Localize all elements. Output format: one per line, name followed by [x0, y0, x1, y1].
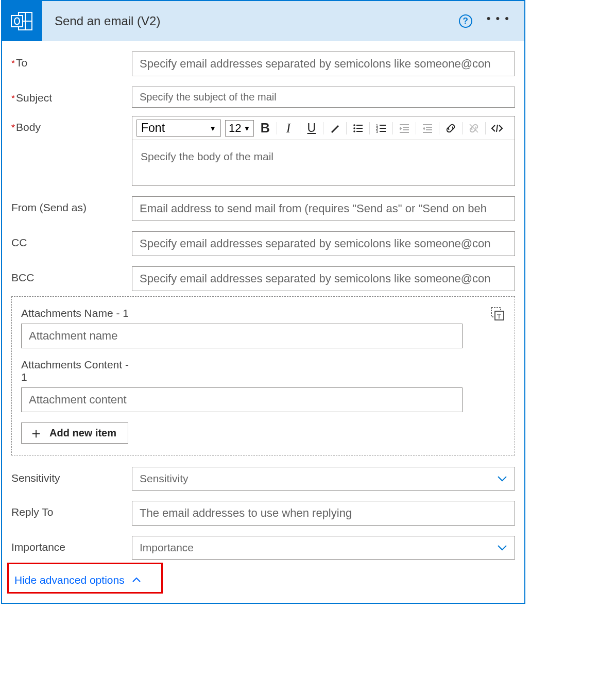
cc-input[interactable] — [132, 231, 515, 256]
attachments-group: T Attachments Name - 1 Attachments Conte… — [11, 296, 515, 455]
code-view-button[interactable] — [488, 120, 506, 137]
link-button[interactable] — [441, 120, 460, 137]
chevron-down-icon: ▼ — [243, 124, 250, 132]
label-from: From (Send as) — [11, 196, 132, 214]
importance-select[interactable]: Importance — [132, 536, 515, 560]
chevron-down-icon: ▼ — [209, 124, 216, 132]
rich-text-editor: Font ▼ 12 ▼ B I U — [132, 116, 515, 186]
row-body: Body Font ▼ 12 ▼ B I — [11, 116, 515, 186]
svg-point-5 — [353, 124, 355, 126]
svg-point-7 — [353, 127, 355, 129]
chevron-down-icon — [497, 545, 507, 551]
sensitivity-select[interactable]: Sensitivity — [132, 467, 515, 491]
replyto-input[interactable] — [132, 501, 515, 526]
row-cc: CC — [11, 231, 515, 256]
card-title: Send an email (V2) — [55, 14, 459, 28]
font-size-select[interactable]: 12 ▼ — [225, 120, 254, 137]
help-icon[interactable]: ? — [459, 14, 472, 28]
importance-value: Importance — [140, 542, 194, 554]
hide-advanced-options-toggle[interactable]: Hide advanced options — [11, 567, 155, 594]
row-importance: Importance Importance — [11, 536, 515, 560]
outdent-button[interactable] — [395, 120, 414, 137]
attachment-content-input[interactable] — [21, 387, 463, 412]
outlook-icon — [2, 1, 42, 41]
body-input[interactable]: Specify the body of the mail — [132, 140, 515, 185]
bcc-input[interactable] — [132, 266, 515, 291]
label-bcc: BCC — [11, 266, 132, 284]
bold-button[interactable]: B — [256, 120, 275, 137]
to-input[interactable] — [132, 52, 515, 76]
header-actions: ? • • • — [459, 14, 510, 28]
font-select[interactable]: Font ▼ — [136, 120, 221, 137]
label-importance: Importance — [11, 536, 132, 553]
hide-advanced-options-label: Hide advanced options — [14, 574, 125, 586]
row-sensitivity: Sensitivity Sensitivity — [11, 467, 515, 491]
plus-icon: ＋ — [29, 428, 43, 438]
label-replyto: Reply To — [11, 501, 132, 518]
bullet-list-button[interactable] — [349, 120, 367, 137]
action-card: Send an email (V2) ? • • • To Subject Bo… — [1, 0, 525, 604]
svg-text:T: T — [497, 312, 501, 320]
svg-point-9 — [353, 130, 355, 132]
label-body: Body — [11, 116, 132, 133]
label-sensitivity: Sensitivity — [11, 467, 132, 484]
underline-button[interactable]: U — [302, 120, 321, 137]
row-subject: Subject — [11, 87, 515, 108]
label-attachment-name: Attachments Name - 1 — [21, 307, 505, 319]
label-subject: Subject — [11, 87, 132, 104]
row-from: From (Send as) — [11, 196, 515, 221]
row-to: To — [11, 52, 515, 76]
svg-line-26 — [497, 125, 498, 132]
svg-rect-3 — [11, 15, 23, 27]
label-attachment-content: Attachments Content - 1 — [21, 359, 134, 383]
add-new-item-label: Add new item — [49, 427, 116, 439]
row-replyto: Reply To — [11, 501, 515, 526]
unlink-button[interactable] — [465, 120, 483, 137]
font-select-label: Font — [141, 121, 165, 135]
sensitivity-value: Sensitivity — [140, 472, 189, 485]
row-bcc: BCC — [11, 266, 515, 291]
chevron-up-icon — [132, 577, 141, 583]
attachment-name-input[interactable] — [21, 324, 463, 348]
color-picker-button[interactable] — [326, 120, 344, 137]
label-cc: CC — [11, 231, 132, 249]
rte-toolbar: Font ▼ 12 ▼ B I U — [132, 116, 515, 140]
add-new-item-button[interactable]: ＋ Add new item — [21, 422, 128, 444]
switch-array-mode-icon[interactable]: T — [491, 307, 504, 320]
card-header: Send an email (V2) ? • • • — [2, 1, 524, 41]
svg-text:3: 3 — [376, 130, 378, 133]
subject-input[interactable] — [132, 87, 515, 108]
card-body: To Subject Body Font ▼ — [2, 41, 524, 603]
from-input[interactable] — [132, 196, 515, 221]
italic-button[interactable]: I — [279, 120, 298, 137]
label-to: To — [11, 52, 132, 69]
numbered-list-button[interactable]: 123 — [372, 120, 390, 137]
more-icon[interactable]: • • • — [487, 16, 510, 26]
font-size-label: 12 — [229, 122, 241, 135]
indent-button[interactable] — [418, 120, 437, 137]
chevron-down-icon — [497, 476, 507, 482]
